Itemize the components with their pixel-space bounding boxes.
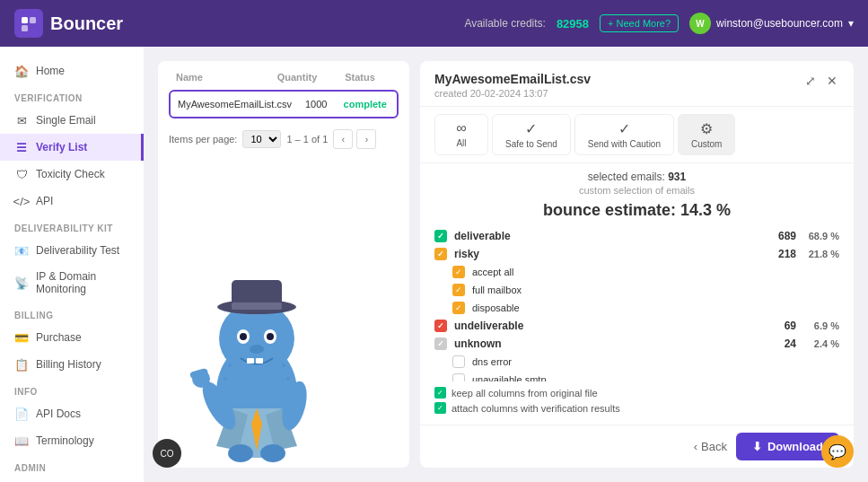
expand-button[interactable]: ⤢ — [803, 72, 818, 90]
filter-tab-label: Send with Caution — [588, 139, 661, 149]
category-checkbox[interactable]: ✓ — [434, 337, 447, 350]
sidebar-item-label: Deliverability Test — [36, 244, 119, 257]
svg-marker-18 — [266, 408, 297, 451]
svg-point-22 — [277, 379, 311, 433]
sidebar-item-terminology[interactable]: 📖Terminology — [0, 427, 144, 454]
category-checkbox[interactable] — [452, 355, 465, 368]
category-row-risky[interactable]: ✓risky21821.8 % — [434, 245, 839, 263]
detail-actions: ⤢ ✕ — [803, 72, 839, 90]
category-name: undeliverable — [454, 320, 762, 332]
user-email: winston@usebouncer.com — [716, 17, 843, 30]
sidebar-item-api-docs[interactable]: 📄API Docs — [0, 400, 144, 427]
col-header-name: Name — [176, 72, 266, 83]
sidebar-item-purchase[interactable]: 💳Purchase — [0, 324, 144, 351]
filter-tab-send-with-caution[interactable]: ✓Send with Caution — [574, 114, 674, 155]
svg-point-19 — [197, 377, 242, 434]
filter-tab-label: Safe to Send — [505, 139, 557, 149]
svg-rect-0 — [22, 17, 28, 23]
per-page-select[interactable]: 10 25 50 — [242, 130, 281, 148]
email-icon: ✉ — [14, 113, 29, 127]
sidebar-section-label: VERIFICATION — [0, 84, 144, 107]
sidebar-item-billing-history[interactable]: 📋Billing History — [0, 351, 144, 378]
selected-label: selected emails: — [588, 171, 665, 183]
back-button[interactable]: ‹ Back — [694, 440, 727, 453]
option-row[interactable]: ✓keep all columns from original file — [434, 387, 839, 399]
sidebar-item-label: Single Email — [36, 114, 96, 127]
category-count: 69 — [769, 320, 796, 332]
svg-point-5 — [217, 300, 296, 314]
category-row-undeliverable[interactable]: ✓undeliverable696.9 % — [434, 317, 839, 335]
terminology-icon: 📖 — [14, 434, 29, 448]
svg-point-11 — [267, 333, 274, 340]
sidebar-item-verify-list[interactable]: ☰Verify List — [0, 134, 144, 161]
credits-value: 82958 — [557, 17, 589, 31]
category-row-unavailable-smtp[interactable]: unavailable smtp — [434, 371, 839, 381]
sidebar-item-label: Verify List — [36, 141, 87, 153]
page-info: 1 – 1 of 1 — [286, 134, 328, 145]
category-checkbox[interactable]: ✓ — [452, 302, 465, 314]
file-panel: Name Quantity Status MyAwesomeEmailList.… — [158, 61, 409, 468]
svg-point-12 — [250, 345, 264, 354]
stats-area: selected emails: 931 custom selection of… — [420, 163, 854, 223]
svg-point-24 — [260, 444, 285, 462]
svg-rect-2 — [22, 25, 28, 31]
sidebar-item-api[interactable]: </>API — [0, 188, 144, 215]
sidebar-section-label: BILLING — [0, 302, 144, 324]
svg-point-8 — [237, 329, 250, 344]
next-page-button[interactable]: › — [356, 129, 376, 149]
category-row-full-mailbox[interactable]: ✓full mailbox — [434, 281, 839, 299]
category-checkbox[interactable]: ✓ — [434, 320, 447, 332]
category-checkbox[interactable]: ✓ — [434, 230, 447, 242]
sidebar-item-toxicity-check[interactable]: 🛡Toxicity Check — [0, 161, 144, 188]
detail-title: MyAwesomeEmailList.csv — [434, 72, 591, 86]
filter-tab-all[interactable]: ∞All — [434, 114, 488, 155]
shield-icon: 🛡 — [14, 167, 29, 181]
sidebar-item-label: Home — [36, 65, 65, 77]
sidebar-item-deliverability-test[interactable]: 📧Deliverability Test — [0, 237, 144, 264]
logo-icon — [14, 9, 43, 38]
category-checkbox[interactable] — [452, 373, 465, 381]
filter-tab-label: Custom — [691, 139, 722, 149]
option-checkbox[interactable]: ✓ — [434, 387, 446, 399]
detail-panel: MyAwesomeEmailList.csv created 20-02-202… — [420, 61, 854, 468]
prev-page-button[interactable]: ‹ — [333, 129, 353, 149]
credits-label: Available credits: — [464, 17, 546, 30]
sidebar-item-admin-area[interactable]: 👤Admin Area — [0, 477, 144, 482]
sidebar-item-home[interactable]: 🏠Home — [0, 57, 144, 84]
file-row[interactable]: MyAwesomeEmailList.csv 1000 complete — [169, 90, 399, 118]
chat-button[interactable]: 💬 — [821, 435, 854, 468]
option-checkbox[interactable]: ✓ — [434, 402, 446, 414]
option-label: keep all columns from original file — [452, 388, 598, 399]
category-checkbox[interactable]: ✓ — [452, 266, 465, 278]
category-checkbox[interactable]: ✓ — [434, 248, 447, 260]
category-row-unknown[interactable]: ✓unknown242.4 % — [434, 335, 839, 353]
need-more-button[interactable]: + Need More? — [600, 14, 679, 32]
items-per-page-label: Items per page: — [169, 134, 237, 145]
custom-selection-label: custom selection of emails — [434, 185, 839, 196]
filter-tab-custom[interactable]: ⚙Custom — [678, 114, 735, 155]
options-area: ✓keep all columns from original file✓att… — [420, 381, 854, 425]
bounce-label: bounce estimate: — [543, 201, 676, 219]
svg-point-28 — [286, 377, 290, 381]
user-dropdown-icon[interactable]: ▾ — [848, 17, 854, 30]
close-button[interactable]: ✕ — [825, 72, 839, 90]
support-icon[interactable]: CO — [153, 439, 181, 468]
selected-count: 931 — [668, 171, 686, 183]
category-row-deliverable[interactable]: ✓deliverable68968.9 % — [434, 227, 839, 245]
category-row-dns-error[interactable]: dns error — [434, 353, 839, 371]
category-checkbox[interactable]: ✓ — [452, 284, 465, 296]
svg-rect-14 — [256, 358, 263, 364]
option-row[interactable]: ✓attach columns with verification result… — [434, 402, 839, 414]
sidebar-item-label: Terminology — [36, 434, 94, 447]
option-label: attach columns with verification results — [452, 403, 620, 414]
detail-footer: ‹ Back ⬇ Download — [420, 425, 854, 468]
category-row-disposable[interactable]: ✓disposable — [434, 299, 839, 317]
sidebar-item-single-email[interactable]: ✉Single Email — [0, 107, 144, 134]
sidebar-section-label: DELIVERABILITY KIT — [0, 215, 144, 237]
sidebar-item-label: Billing History — [36, 358, 101, 371]
filter-tab-icon: ✓ — [525, 120, 537, 137]
filter-tab-safe-to-send[interactable]: ✓Safe to Send — [492, 114, 571, 155]
sidebar-item-label: API Docs — [36, 408, 81, 420]
sidebar-item-ip-&-domain-monitoring[interactable]: 📡IP & Domain Monitoring — [0, 264, 144, 302]
category-row-accept-all[interactable]: ✓accept all — [434, 263, 839, 281]
